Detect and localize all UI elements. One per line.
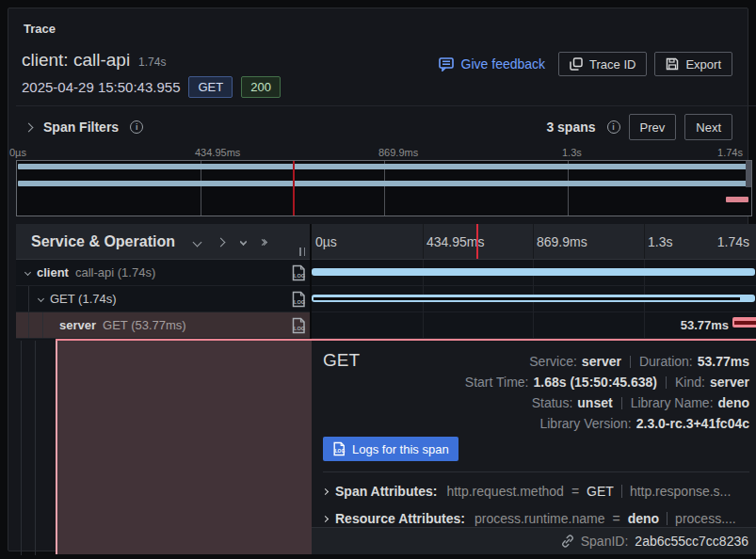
field-value: deno [718,395,749,410]
chevron-right-icon [323,487,329,494]
minimap-tick: 0µs [9,147,26,158]
span-logs-icon[interactable]: LOG [291,317,306,338]
chevron-right-icon [24,122,34,132]
logs-for-span-button[interactable]: LOG Logs for this span [323,437,458,461]
field-label: Status: [532,395,573,410]
span-logs-icon[interactable]: LOG [291,264,306,285]
next-span-button[interactable]: Next [684,114,732,140]
span-bar-client[interactable] [312,268,755,276]
export-button[interactable]: Export [654,52,732,76]
span-row-client: client call-api (1.74s) LOG [16,260,756,286]
indent-guide [21,341,22,555]
svg-text:LOG: LOG [294,273,305,279]
trace-id-label: Trace ID [589,57,635,72]
resource-attributes-label: Resource Attributes: [335,511,465,526]
trace-name-row: client: call-api 1.74s [22,50,166,71]
link-icon[interactable] [561,535,574,548]
span-logs-icon[interactable]: LOG [291,291,306,311]
span-operation: call-api (1.74s) [75,265,155,280]
log-icon: LOG [332,441,346,456]
field-value: 2.3.0-rc.3+41fc04c [636,416,749,431]
span-row-server-name[interactable]: server GET (53.77ms) [16,312,310,338]
span-row-get-name[interactable]: GET (1.74s) [16,286,310,311]
minimap-scrubber-handle[interactable] [746,161,751,187]
span-id-label: SpanID: [581,534,629,549]
minimap-span-server [726,197,748,202]
export-label: Export [685,57,721,72]
chevron-right-icon [323,515,329,521]
ruler-divider [423,224,424,259]
field-label: Library Name: [631,395,714,410]
logs-button-label: Logs for this span [352,442,449,456]
trace-id-button[interactable]: Trace ID [558,52,647,76]
ruler-tick: 1.74s [717,234,749,249]
minimap-tick: 869.9ms [378,147,418,158]
expand-all-icon[interactable] [241,239,246,245]
span-detail-title: GET [323,350,360,371]
attribute-value: GET [587,484,614,499]
field-label: Service: [529,354,577,369]
span-row-server: server GET (53.77ms) LOG 53.77ms [16,312,756,339]
span-row-get: GET (1.74s) LOG [16,286,756,312]
service-operation-header: Service & Operation [31,224,266,260]
span-detail-panel: GET Service:serverDuration:53.77ms Start… [312,341,756,554]
info-icon[interactable] [607,120,620,134]
span-row-client-name[interactable]: client call-api (1.74s) [16,260,310,285]
attribute-key: process.runtime.name [475,511,605,526]
field-label: Duration: [639,354,693,369]
span-filters-label: Span Filters [43,120,119,135]
detail-line: Start Time:1.68s (15:50:45.638)Kind:serv… [465,372,749,392]
prev-label: Prev [640,120,666,135]
field-label: Kind: [675,375,705,390]
span-filters-toggle[interactable]: Span Filters [25,114,143,140]
status-code-badge: 200 [241,76,281,98]
copy-icon [570,57,583,71]
span-attributes-row[interactable]: Span Attributes: http.request.method = G… [323,481,753,502]
chevron-down-icon[interactable] [24,269,31,276]
chevron-down-icon[interactable] [193,237,202,247]
trace-duration: 1.74s [138,56,166,69]
info-icon[interactable] [130,120,143,134]
next-label: Next [696,120,721,135]
header-divider [16,105,756,106]
ruler-tick: 1.3s [648,234,672,249]
trace-view: Trace client: call-api 1.74s 2025-04-29 … [0,0,756,559]
svg-text:LOG: LOG [294,326,305,331]
collapse-all-icon[interactable] [263,240,266,245]
comment-icon [439,57,455,72]
span-detail-fields: Service:serverDuration:53.77ms Start Tim… [465,351,749,434]
attribute-truncated: process.... [675,511,736,526]
attribute-divider [667,512,668,525]
svg-text:LOG: LOG [294,299,305,305]
chevron-down-icon[interactable] [38,295,44,302]
span-service: server [59,318,96,332]
give-feedback-link[interactable]: Give feedback [439,56,546,72]
attribute-key: http.request.method [446,484,564,499]
column-resize-handle[interactable] [299,248,305,256]
trace-minimap[interactable] [16,160,752,216]
span-operation: GET (1.74s) [50,292,117,306]
ruler-tick: 0µs [315,234,337,249]
minimap-tick: 1.3s [562,147,582,158]
detail-line: Status:unsetLibrary Name:deno [465,392,749,413]
span-detail-left-panel [56,341,312,554]
ruler-divider [644,224,645,259]
field-value: 1.68s (15:50:45.638) [533,375,657,390]
trace-timestamp: 2025-04-29 15:50:43.955 [22,79,180,95]
span-bar-server[interactable] [732,317,756,327]
span-attributes-label: Span Attributes: [335,484,437,499]
trace-name: client: call-api [22,50,130,71]
timeline-cursor-line [476,224,478,259]
collapse-one-icon[interactable] [217,237,226,247]
minimap-tick: 434.95ms [195,147,240,158]
resource-attributes-row[interactable]: Resource Attributes: process.runtime.nam… [323,508,753,529]
span-bar-inner [734,321,756,325]
prev-span-button[interactable]: Prev [629,114,677,140]
span-bar-get[interactable] [312,295,755,302]
attribute-value: deno [628,511,659,526]
span-count: 3 spans [546,120,595,135]
field-divider [666,376,667,389]
minimap-span-get [18,181,749,186]
svg-text:LOG: LOG [335,449,346,454]
indent-guide [35,341,36,555]
